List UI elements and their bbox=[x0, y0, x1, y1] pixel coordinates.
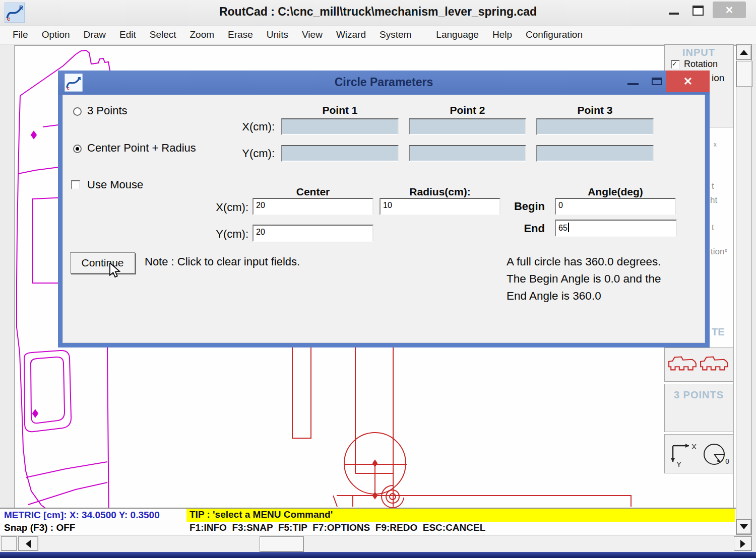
tip-message: TIP : 'select a MENU Command' bbox=[190, 509, 333, 520]
checkmark-icon: ✓ bbox=[672, 60, 677, 67]
use-mouse-checkbox[interactable] bbox=[71, 180, 80, 189]
window-bottom-edge bbox=[0, 552, 756, 558]
continue-button[interactable]: Continue bbox=[70, 252, 135, 273]
svg-text:X: X bbox=[691, 442, 697, 451]
three-points-radio[interactable] bbox=[73, 107, 82, 116]
radio-selected-dot bbox=[76, 147, 79, 151]
scroll-right-button[interactable] bbox=[734, 536, 752, 551]
menu-edit[interactable]: Edit bbox=[119, 29, 136, 40]
menu-wizard[interactable]: Wizard bbox=[336, 29, 366, 40]
point2-x-field bbox=[409, 118, 526, 135]
vertical-scrollbar[interactable] bbox=[736, 44, 752, 535]
use-mouse-checkbox-label: Use Mouse bbox=[87, 178, 143, 191]
sidebar-item-fragment[interactable]: ˣ bbox=[714, 141, 717, 151]
sidebar-item-fragment[interactable]: t bbox=[712, 181, 714, 191]
point3-y-field bbox=[536, 145, 654, 162]
window-title: RoutCad : C:\cnc_mill\truck\mechanism_le… bbox=[0, 5, 756, 19]
scroll-down-button[interactable] bbox=[736, 519, 751, 534]
scroll-down-icon bbox=[740, 524, 748, 529]
dialog-minimize-icon[interactable] bbox=[627, 83, 639, 85]
menu-option[interactable]: Option bbox=[42, 29, 70, 40]
function-key-hints: F1:INFO F3:SNAP F5:TIP F7:OPTIONS F9:RED… bbox=[190, 522, 485, 533]
circle-angle-icon: θ bbox=[701, 439, 732, 470]
truck-icon bbox=[699, 353, 729, 375]
xy-axis-icon: X Y bbox=[668, 439, 699, 470]
routcad-window: R c RoutCad : C:\cnc_mill\truck\mechanis… bbox=[0, 0, 756, 558]
menu-units[interactable]: Units bbox=[267, 29, 288, 40]
radius-field[interactable]: 10 bbox=[380, 198, 500, 215]
menu-zoom[interactable]: Zoom bbox=[190, 29, 215, 40]
dialog-titlebar[interactable]: R c Circle Parameters ✕ bbox=[58, 71, 710, 95]
point1-header: Point 1 bbox=[281, 104, 399, 116]
point1-x-field bbox=[281, 118, 399, 135]
scroll-up-button[interactable] bbox=[736, 45, 751, 60]
svg-text:Y: Y bbox=[676, 460, 681, 468]
scrollbar-corner-button[interactable] bbox=[1, 536, 17, 551]
scroll-up-icon bbox=[740, 50, 748, 55]
dialog-maximize-icon[interactable] bbox=[652, 78, 662, 85]
truck-shapes-panel[interactable] bbox=[664, 347, 733, 382]
menu-file[interactable]: File bbox=[13, 29, 28, 40]
center-y-value: 20 bbox=[256, 228, 265, 236]
menu-configuration[interactable]: Configuration bbox=[526, 29, 583, 40]
close-icon: ✕ bbox=[725, 4, 734, 16]
window-titlebar: R c RoutCad : C:\cnc_mill\truck\mechanis… bbox=[0, 0, 756, 25]
scroll-left-button[interactable] bbox=[18, 536, 38, 551]
center-radius-radio[interactable] bbox=[73, 145, 82, 153]
menu-select[interactable]: Select bbox=[150, 29, 176, 40]
menu-draw[interactable]: Draw bbox=[84, 29, 106, 40]
menu-bar: File Option Draw Edit Select Zoom Erase … bbox=[0, 25, 756, 44]
vertical-scroll-thumb[interactable] bbox=[736, 61, 752, 87]
menu-view[interactable]: View bbox=[302, 29, 323, 40]
info-line: A full circle has 360.0 degrees. bbox=[507, 253, 661, 270]
menu-system[interactable]: System bbox=[380, 29, 411, 40]
center-x-field[interactable]: 20 bbox=[253, 198, 373, 215]
menu-help[interactable]: Help bbox=[492, 29, 512, 40]
center-radius-radio-label: Center Point + Radius bbox=[87, 142, 196, 155]
point2-header: Point 2 bbox=[409, 104, 526, 116]
angle-info-text: A full circle has 360.0 degrees. The Beg… bbox=[507, 253, 661, 305]
dialog-title: Circle Parameters bbox=[58, 76, 710, 89]
clear-fields-note: Note : Click to clear input fields. bbox=[145, 255, 300, 268]
axis-tools-panel[interactable]: X Y θ bbox=[664, 434, 733, 473]
horizontal-scrollbar[interactable] bbox=[0, 535, 752, 552]
points-y-label: Y(cm): bbox=[214, 147, 275, 160]
menu-erase[interactable]: Erase bbox=[228, 29, 253, 40]
svg-text:θ: θ bbox=[725, 458, 729, 465]
input-panel-title: INPUT bbox=[665, 47, 733, 58]
horizontal-scroll-thumb[interactable] bbox=[260, 536, 304, 552]
sidebar-item-fragment[interactable]: tionˣ bbox=[711, 247, 727, 257]
maximize-icon bbox=[692, 6, 704, 16]
sidebar-item-fragment[interactable]: t bbox=[712, 223, 714, 233]
begin-label: Begin bbox=[484, 200, 545, 213]
rotation-checkbox[interactable]: ✓ bbox=[671, 60, 680, 69]
red-mechanism-drawing bbox=[292, 347, 631, 508]
angle-end-value: 65 bbox=[558, 224, 568, 232]
dialog-close-button[interactable]: ✕ bbox=[666, 71, 710, 92]
window-close-button[interactable]: ✕ bbox=[713, 2, 746, 18]
text-caret bbox=[568, 223, 569, 232]
scroll-left-icon bbox=[26, 540, 31, 548]
info-line: End Angle is 360.0 bbox=[507, 288, 661, 305]
three-points-label: 3 POINTS bbox=[665, 389, 733, 401]
metric-coordinates-readout: METRIC [cm]: X: 34.0500 Y: 0.3500 bbox=[4, 510, 160, 521]
points-x-label: X(cm): bbox=[214, 120, 275, 133]
point1-y-field bbox=[281, 145, 399, 162]
center-header: Center bbox=[253, 186, 373, 198]
truck-icon bbox=[667, 353, 698, 375]
mouse-cursor bbox=[109, 263, 123, 279]
angle-end-field[interactable]: 65 bbox=[555, 220, 677, 237]
sidebar-item-fragment[interactable]: ht bbox=[710, 195, 717, 205]
window-maximize-button[interactable] bbox=[688, 3, 708, 18]
window-minimize-button[interactable] bbox=[664, 3, 683, 18]
sidebar-item-fragment[interactable]: ion bbox=[712, 73, 724, 84]
three-points-panel[interactable]: 3 POINTS bbox=[664, 384, 733, 432]
end-label: End bbox=[484, 222, 545, 235]
angle-begin-field[interactable]: 0 bbox=[555, 198, 676, 215]
radius-value: 10 bbox=[383, 201, 392, 210]
center-y-field[interactable]: 20 bbox=[253, 225, 373, 242]
point3-x-field bbox=[536, 118, 654, 135]
menu-language[interactable]: Language bbox=[436, 29, 479, 40]
sidebar-item-fragment[interactable]: TE bbox=[712, 326, 725, 338]
point2-y-field bbox=[409, 145, 526, 162]
